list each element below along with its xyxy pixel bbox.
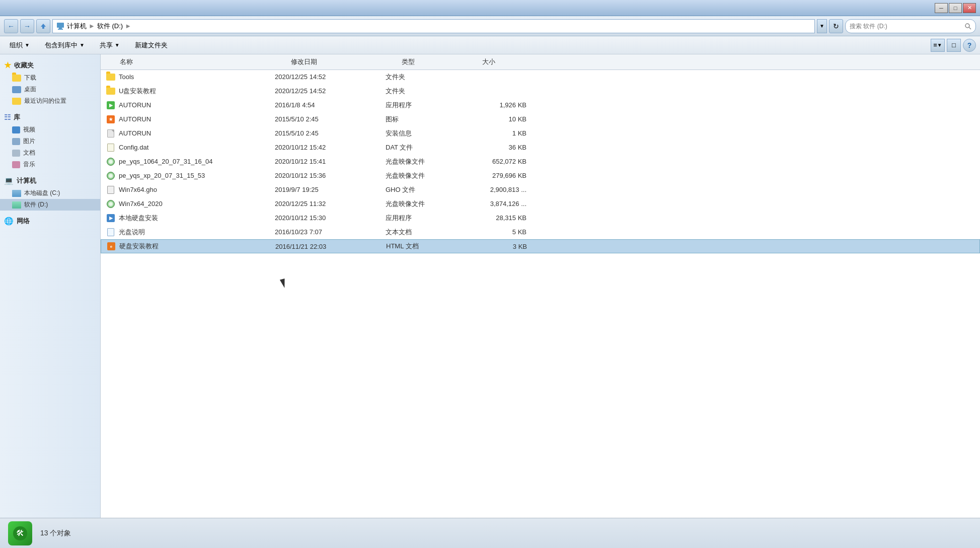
address-breadcrumb[interactable]: 计算机 ► 软件 (D:) ► (52, 19, 815, 33)
file-row[interactable]: Tools 2020/12/25 14:52 文件夹 (101, 70, 980, 84)
sidebar-section-computer: 💻 计算机 本地磁盘 (C:) 软件 (D:) (0, 174, 100, 211)
file-row[interactable]: pe_yqs_xp_20_07_31_15_53 2020/10/12 15:3… (101, 169, 980, 183)
sidebar-item-drive-c[interactable]: 本地磁盘 (C:) (0, 187, 100, 199)
breadcrumb-sep1: ► (89, 22, 95, 30)
file-type: 图标 (386, 115, 466, 124)
file-icon-container (106, 73, 116, 81)
up-button[interactable] (36, 19, 50, 33)
file-row[interactable]: ▶ 本地硬盘安装 2020/10/12 15:30 应用程序 28,315 KB (101, 211, 980, 225)
column-size[interactable]: 大小 (478, 56, 549, 67)
drive-d-icon (12, 201, 21, 209)
file-type: 文件夹 (386, 87, 466, 96)
column-date[interactable]: 修改日期 (287, 56, 398, 67)
computer-label: 计算机 (17, 176, 36, 185)
computer-icon-sidebar: 💻 (4, 176, 14, 185)
sidebar-item-drive-d[interactable]: 软件 (D:) (0, 199, 100, 211)
svg-rect-1 (59, 28, 62, 29)
include-library-button[interactable]: 包含到库中 ▼ (39, 38, 90, 52)
file-date: 2020/10/12 15:36 (275, 172, 386, 179)
file-row[interactable]: ★ AUTORUN 2015/5/10 2:45 图标 10 KB (101, 112, 980, 126)
file-row[interactable]: e 硬盘安装教程 2016/11/21 22:03 HTML 文档 3 KB (101, 239, 980, 253)
file-row[interactable]: Win7x64_2020 2020/12/25 11:32 光盘映像文件 3,8… (101, 197, 980, 211)
column-type[interactable]: 类型 (398, 56, 478, 67)
file-icon-container (106, 158, 116, 166)
address-dropdown-button[interactable]: ▼ (817, 19, 827, 33)
view-options-button[interactable]: ≡ ▼ (931, 39, 945, 52)
file-date: 2020/12/25 11:32 (275, 200, 386, 208)
share-label: 共享 (100, 41, 113, 50)
file-date: 2015/5/10 2:45 (275, 115, 386, 123)
file-icon-container (106, 228, 116, 236)
sidebar: ★ 收藏夹 下载 桌面 最近访问的位置 ☷ 库 (0, 54, 101, 518)
sidebar-item-music[interactable]: 音乐 (0, 159, 100, 170)
file-type: 光盘映像文件 (386, 157, 466, 166)
file-type: 光盘映像文件 (386, 171, 466, 180)
file-name: Win7x64_2020 (119, 200, 275, 208)
sidebar-item-documents[interactable]: 文档 (0, 147, 100, 159)
organize-button[interactable]: 组织 ▼ (4, 38, 35, 52)
preview-pane-button[interactable]: □ (947, 39, 961, 52)
file-row[interactable]: 光盘说明 2016/10/23 7:07 文本文档 5 KB (101, 225, 980, 239)
column-name[interactable]: 名称 (116, 56, 287, 67)
file-row[interactable]: ▶ AUTORUN 2016/1/8 4:54 应用程序 1,926 KB (101, 98, 980, 112)
file-row[interactable]: Config.dat 2020/10/12 15:42 DAT 文件 36 KB (101, 141, 980, 155)
drive-c-icon (12, 190, 21, 197)
sidebar-header-library[interactable]: ☷ 库 (0, 111, 100, 124)
sidebar-header-network[interactable]: 🌐 网络 (0, 215, 100, 228)
dat-icon (107, 144, 114, 152)
search-icon (964, 23, 971, 30)
file-row[interactable]: U盘安装教程 2020/12/25 14:52 文件夹 (101, 84, 980, 98)
sidebar-section-favorites: ★ 收藏夹 下载 桌面 最近访问的位置 (0, 58, 100, 107)
help-button[interactable]: ? (963, 39, 976, 52)
pictures-icon (12, 138, 20, 145)
html-icon: e (107, 242, 115, 250)
file-size: 36 KB (466, 144, 537, 151)
toolbar-right: ≡ ▼ □ ? (931, 39, 976, 52)
file-name: U盘安装教程 (119, 87, 275, 96)
folder-icon (12, 75, 21, 82)
sidebar-header-computer[interactable]: 💻 计算机 (0, 174, 100, 187)
file-row[interactable]: pe_yqs_1064_20_07_31_16_04 2020/10/12 15… (101, 155, 980, 169)
sidebar-header-favorites[interactable]: ★ 收藏夹 (0, 58, 100, 72)
maximize-button[interactable]: □ (949, 3, 962, 13)
new-folder-button[interactable]: 新建文件夹 (129, 38, 173, 52)
file-name: 硬盘安装教程 (119, 242, 275, 251)
file-area: 名称 修改日期 类型 大小 Tools 2020/12/25 14:52 文件夹… (101, 54, 980, 518)
close-button[interactable]: ✕ (963, 3, 976, 13)
exe-icon: ▶ (107, 101, 115, 109)
documents-label: 文档 (23, 149, 35, 157)
sidebar-item-recent[interactable]: 最近访问的位置 (0, 95, 100, 107)
file-date: 2020/12/25 14:52 (275, 87, 386, 95)
minimize-button[interactable]: ─ (935, 3, 948, 13)
file-size: 3 KB (467, 243, 537, 250)
breadcrumb-computer[interactable]: 计算机 (67, 22, 87, 31)
file-size: 3,874,126 ... (466, 200, 537, 208)
folder-icon (106, 74, 115, 81)
breadcrumb-drive[interactable]: 软件 (D:) (97, 22, 123, 31)
search-box[interactable] (845, 19, 976, 33)
file-size: 1 KB (466, 129, 537, 137)
file-name: AUTORUN (119, 129, 275, 137)
file-row[interactable]: Win7x64.gho 2019/9/7 19:25 GHO 文件 2,900,… (101, 183, 980, 197)
refresh-button[interactable]: ↻ (829, 19, 843, 33)
file-list[interactable]: Tools 2020/12/25 14:52 文件夹 U盘安装教程 2020/1… (101, 70, 980, 518)
music-icon (12, 161, 20, 168)
file-name: 本地硬盘安装 (119, 214, 275, 223)
file-date: 2015/5/10 2:45 (275, 129, 386, 137)
file-size: 28,315 KB (466, 214, 537, 222)
sidebar-item-pictures[interactable]: 图片 (0, 135, 100, 147)
search-input[interactable] (850, 23, 962, 30)
window-controls: ─ □ ✕ (935, 3, 976, 13)
forward-button[interactable]: → (20, 19, 34, 33)
file-icon-container (106, 200, 116, 208)
sidebar-item-desktop[interactable]: 桌面 (0, 84, 100, 95)
organize-arrow: ▼ (25, 42, 30, 48)
sidebar-item-video[interactable]: 视频 (0, 124, 100, 135)
status-bar: 🛠 13 个对象 (0, 518, 980, 548)
file-row[interactable]: AUTORUN 2015/5/10 2:45 安装信息 1 KB (101, 126, 980, 141)
iso-icon (107, 200, 115, 208)
share-button[interactable]: 共享 ▼ (94, 38, 125, 52)
sidebar-item-downloads[interactable]: 下载 (0, 72, 100, 84)
recent-label: 最近访问的位置 (24, 97, 66, 105)
back-button[interactable]: ← (4, 19, 18, 33)
